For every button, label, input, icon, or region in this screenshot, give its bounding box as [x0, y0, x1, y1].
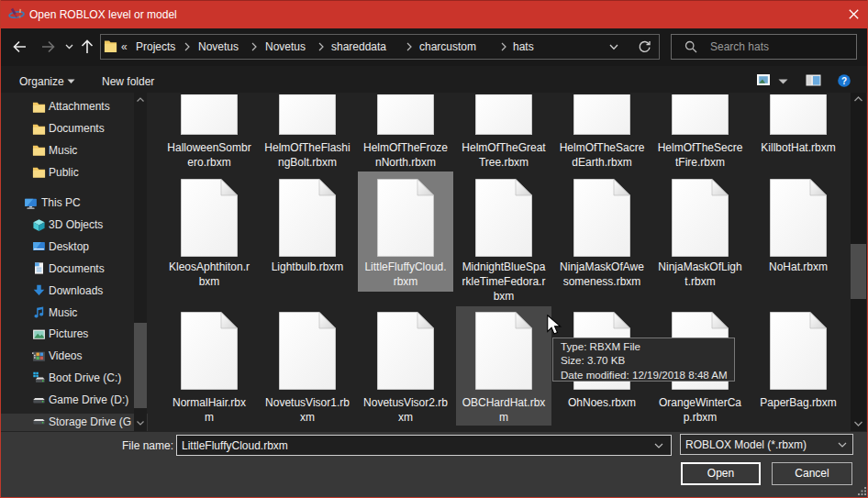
- svg-text:?: ?: [841, 76, 847, 86]
